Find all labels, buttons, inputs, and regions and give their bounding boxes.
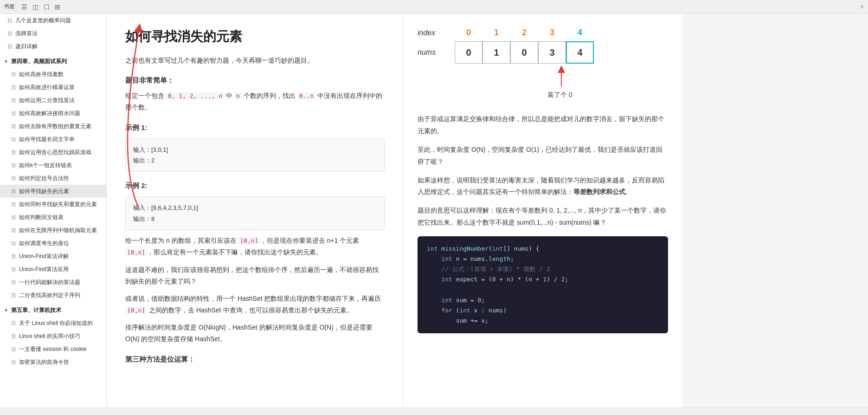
bottom-scrollbar[interactable] bbox=[0, 408, 868, 415]
sidebar-item-reversek[interactable]: 目 如何k个一组反转链表 bbox=[0, 159, 106, 172]
sidebar-item-label: 递归详解 bbox=[15, 42, 38, 51]
sidebar-item-label: 一文看懂 session 和 cookie bbox=[19, 345, 86, 353]
item-icon: 目 bbox=[11, 227, 16, 234]
item-icon: 目 bbox=[11, 84, 16, 91]
sidebar-item-crypto[interactable]: 目 加密算法的前身今世 bbox=[0, 356, 106, 369]
item-icon: 目 bbox=[11, 266, 16, 273]
problem-title: 题目非常简单： bbox=[125, 74, 385, 86]
index-2: 2 bbox=[510, 28, 538, 38]
sidebar-item-palindrome[interactable]: 目 如何寻找最长回文字串 bbox=[0, 133, 106, 146]
sidebar-item-unionfind1[interactable]: 目 Union-Find算法详解 bbox=[0, 250, 106, 263]
sidebar-item-bracket[interactable]: 目 如何判定括号合法性 bbox=[0, 172, 106, 185]
item-icon: 目 bbox=[7, 43, 13, 51]
sidebar-item-binarysearch[interactable]: 目 如何运用二分查找算法 bbox=[0, 94, 106, 107]
sidebar-item-label: Union-Find算法详解 bbox=[19, 252, 69, 260]
item-icon: 目 bbox=[11, 97, 16, 104]
item-icon: 目 bbox=[11, 345, 16, 353]
sidebar-item-label: 如何k个一组反转链表 bbox=[19, 161, 72, 169]
sidebar-item-seat[interactable]: 目 如何调度考生的座位 bbox=[0, 237, 106, 250]
num-cell-1: 1 bbox=[482, 41, 510, 64]
sidebar-item-probability[interactable]: 目 几个反直觉的概率问题 bbox=[0, 14, 106, 27]
code-0n: 0..n bbox=[297, 92, 315, 99]
item-icon: 目 bbox=[11, 292, 16, 299]
sidebar-item-prime[interactable]: 目 如何高效寻找素数 bbox=[0, 68, 106, 81]
annotation-text-row: 装了个 0 bbox=[547, 91, 668, 99]
sidebar: 目 几个反直觉的概率问题 目 洗牌算法 目 递归详解 ▼ 第四章、高频面试系列 … bbox=[0, 14, 107, 408]
right-content: 由于异或运算满足交换律和结合律，所以总是能把成对儿的数字消去，留下缺失的那个元素… bbox=[418, 113, 668, 333]
content-area: 如何寻找消失的元素 之前也有文章写过几个有趣的智力题，今天再聊一道巧妙的题目。 … bbox=[107, 14, 868, 408]
sidebar-item-cookie[interactable]: 目 一文看懂 session 和 cookie bbox=[0, 343, 106, 356]
code-0n4: [0,n] bbox=[125, 307, 147, 314]
num-cell-4: 4 bbox=[566, 41, 594, 64]
sidebar-item-label: 如何判定括号合法性 bbox=[19, 174, 69, 182]
item-icon: 目 bbox=[11, 253, 16, 260]
index-cells: 0 1 2 3 4 bbox=[455, 28, 594, 38]
sidebar-item-recursion[interactable]: 目 递归详解 bbox=[0, 40, 106, 53]
item-icon: 目 bbox=[11, 162, 16, 169]
sidebar-item-oneliner[interactable]: 目 一行代码能解决的算法题 bbox=[0, 276, 106, 289]
close-button[interactable]: × bbox=[860, 3, 864, 11]
toolbar-icons: ☰ ◫ ☐ ⊞ bbox=[20, 3, 61, 11]
annotation-arrow-svg bbox=[547, 65, 603, 89]
sidebar-item-missing-dup[interactable]: 目 如何同时寻找缺失和重复的元素 bbox=[0, 198, 106, 211]
sidebar-item-label: 一行代码能解决的算法题 bbox=[19, 278, 80, 286]
index-3: 3 bbox=[538, 28, 566, 38]
article-title: 如何寻找消失的元素 bbox=[125, 28, 385, 45]
further-thought: 如果这样想，说明我们受算法的毒害太深，随着我们学习的知识越来越多，反而容易陷入思… bbox=[418, 175, 668, 199]
sidebar-item-label: Union-Find算法应用 bbox=[19, 265, 69, 273]
example2-title: 示例 2: bbox=[125, 179, 385, 192]
sidebar-item-rainwater[interactable]: 目 如何高效解决接雨水问题 bbox=[0, 107, 106, 120]
sidebar-item-palindromelist[interactable]: 目 如何判断回文链表 bbox=[0, 211, 106, 224]
formula-highlight: 等差数列求和公式 bbox=[573, 188, 625, 195]
sidebar-item-bssubseq[interactable]: 目 二分查找高效判定子序列 bbox=[0, 289, 106, 302]
right-panel: index 0 1 2 3 4 nums 0 1 0 3 bbox=[404, 14, 682, 408]
sidebar-item-shuffle[interactable]: 目 洗牌算法 bbox=[0, 27, 106, 40]
expand-icon: ▼ bbox=[4, 307, 8, 314]
num-cells: 0 1 0 3 4 bbox=[455, 41, 594, 64]
index-label: index bbox=[418, 29, 455, 37]
sidebar-item-reservoir[interactable]: 目 如何在无限序列中随机抽取元素 bbox=[0, 224, 106, 237]
code-line-3: // 公式：(首项 + 末项) * 项数 / 2 bbox=[427, 264, 659, 274]
article-body: 之前也有文章写过几个有趣的智力题，今天再聊一道巧妙的题目。 题目非常简单： 给定… bbox=[125, 55, 385, 365]
array-visualization: index 0 1 2 3 4 nums 0 1 0 3 bbox=[418, 28, 668, 99]
num-cell-0: 0 bbox=[455, 41, 482, 64]
item-icon: 目 bbox=[11, 279, 16, 286]
index-1: 1 bbox=[482, 28, 510, 38]
example2-box: 输入：[9,6,4,2,3,5,7,0,1] 输出：8 bbox=[125, 196, 385, 230]
sidebar-chapter4[interactable]: ▼ 第四章、高频面试系列 bbox=[0, 55, 106, 68]
bookmark-icon[interactable]: ☐ bbox=[43, 3, 50, 11]
sidebar-item-label: 如何寻找最长回文字串 bbox=[19, 135, 75, 143]
index-4: 4 bbox=[566, 28, 594, 38]
layout-icon[interactable]: ◫ bbox=[32, 3, 39, 11]
expand-icon: ▼ bbox=[4, 58, 8, 65]
code-block: int missingNumber(int[] nums) { int n = … bbox=[418, 236, 668, 333]
sidebar-item-linux2[interactable]: 目 Linux shell 的实用小技巧 bbox=[0, 330, 106, 343]
sidebar-item-jumpgame[interactable]: 目 如何运用贪心思想玩跳跃游戏 bbox=[0, 146, 106, 159]
item-icon: 目 bbox=[11, 240, 16, 247]
article-panel: 如何寻找消失的元素 之前也有文章写过几个有趣的智力题，今天再聊一道巧妙的题目。 … bbox=[107, 14, 404, 408]
sidebar-item-label: 如何运用二分查找算法 bbox=[19, 96, 75, 104]
code-0n3: [0,n] bbox=[125, 249, 147, 256]
grid-icon[interactable]: ⊞ bbox=[54, 3, 61, 11]
item-icon: 目 bbox=[11, 319, 16, 327]
sidebar-item-unionfind2[interactable]: 目 Union-Find算法应用 bbox=[0, 263, 106, 276]
sidebar-item-modpow[interactable]: 目 如何高效进行模幂运算 bbox=[0, 81, 106, 94]
sidebar-item-label: 如何高效解决接雨水问题 bbox=[19, 109, 80, 117]
sidebar-item-label: 如何在无限序列中随机抽取元素 bbox=[19, 226, 97, 234]
num-cell-2: 0 bbox=[510, 41, 538, 64]
example1-output: 输出：2 bbox=[133, 155, 377, 166]
sidebar-item-dedup[interactable]: 目 如何去除有序数组的重复元素 bbox=[0, 120, 106, 133]
item-icon: 目 bbox=[11, 71, 16, 78]
article-para4: 排序解法的时间复杂度是 O(NlogN)，HashSet 的解法时间复杂度是 O… bbox=[125, 322, 385, 345]
menu-icon[interactable]: ☰ bbox=[20, 3, 28, 11]
chapter5-label: 第五章、计算机技术 bbox=[11, 306, 61, 314]
sidebar-chapter5[interactable]: ▼ 第五章、计算机技术 bbox=[0, 304, 106, 317]
sidebar-item-linux1[interactable]: 目 关于 Linux shell 你必须知道的 bbox=[0, 317, 106, 330]
sidebar-item-label: 如何寻找缺失的元素 bbox=[19, 187, 69, 195]
nums-label: nums bbox=[418, 48, 455, 57]
code-n: n bbox=[234, 92, 242, 99]
code-0n2: [0,n] bbox=[238, 237, 260, 244]
sidebar-item-missing[interactable]: 目 如何寻找缺失的元素 bbox=[0, 185, 106, 198]
item-icon: 目 bbox=[11, 136, 16, 143]
sidebar-item-label: 如何调度考生的座位 bbox=[19, 239, 69, 247]
